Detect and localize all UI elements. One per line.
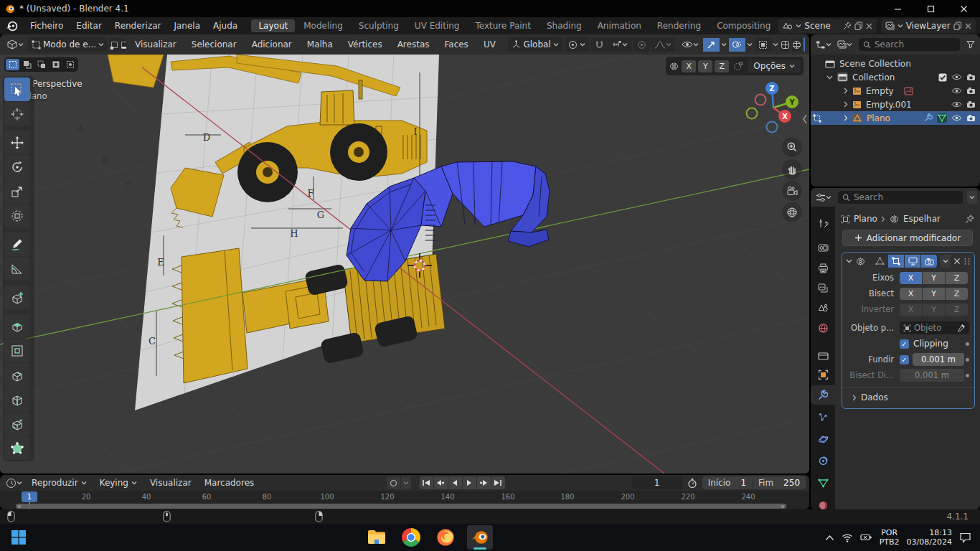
play-button[interactable]	[463, 476, 476, 489]
tool-measure[interactable]	[4, 257, 30, 281]
menu-arestas[interactable]: Arestas	[391, 39, 436, 50]
bisect-z-button[interactable]: Z	[946, 288, 968, 300]
remove-viewlayer-icon[interactable]	[965, 23, 971, 29]
tool-add-cube[interactable]	[4, 286, 30, 309]
collapse-chevron-icon[interactable]	[844, 115, 848, 121]
tab-object[interactable]	[811, 365, 835, 385]
scene-name[interactable]: Scene	[804, 21, 839, 31]
viewlayer-name[interactable]: ViewLayer	[906, 21, 951, 31]
select-invert-button[interactable]	[49, 59, 62, 70]
collapse-chevron-icon[interactable]	[844, 101, 848, 108]
menu-keying[interactable]: Keying	[94, 478, 143, 488]
pan-view-hand-button[interactable]	[782, 159, 802, 179]
flip-x-button[interactable]: X	[900, 303, 922, 316]
chrome-icon[interactable]	[398, 525, 424, 550]
select-subtract-button[interactable]	[34, 59, 48, 70]
timeline-scrollbar[interactable]	[16, 504, 786, 509]
expand-chevron-icon[interactable]	[826, 75, 833, 80]
select-extend-button[interactable]	[20, 59, 34, 70]
workspace-tab-modeling[interactable]: Modeling	[296, 19, 350, 32]
firefox-icon[interactable]	[433, 525, 458, 550]
pin-icon[interactable]	[965, 215, 974, 224]
properties-search-input[interactable]: Search	[838, 191, 963, 204]
viewport-canvas[interactable]: A B C D E F G H I C	[0, 55, 809, 474]
shading-material-button[interactable]	[804, 37, 805, 52]
exclude-checkbox[interactable]	[938, 73, 947, 82]
frame-end-field[interactable]: Fim250	[753, 478, 806, 488]
merge-checkbox[interactable]: ✓	[900, 355, 909, 364]
jump-to-start-button[interactable]	[420, 476, 433, 489]
select-intersect-button[interactable]	[63, 59, 77, 70]
tab-scene[interactable]	[811, 298, 835, 318]
current-frame-field[interactable]: 1	[632, 476, 682, 489]
tab-tool[interactable]	[811, 214, 835, 233]
menu-visualizar-timeline[interactable]: Visualizar	[144, 478, 197, 488]
menu-janela[interactable]: Janela	[167, 21, 207, 31]
outliner-search-input[interactable]: Search	[859, 38, 960, 51]
menu-faces[interactable]: Faces	[438, 39, 474, 50]
stopwatch-icon[interactable]	[685, 476, 699, 490]
dados-subpanel-header[interactable]: Dados	[842, 390, 974, 405]
workspace-tab-compositing[interactable]: Compositing	[710, 19, 778, 32]
snap-target-dropdown[interactable]	[608, 38, 631, 52]
workspace-tab-rendering[interactable]: Rendering	[650, 19, 708, 32]
tool-poly-build[interactable]	[4, 436, 30, 460]
transform-orientation-dropdown[interactable]: Global	[508, 37, 562, 52]
menu-ajuda[interactable]: Ajuda	[207, 21, 244, 31]
jump-to-end-button[interactable]	[491, 476, 505, 489]
show-visibility-dropdown[interactable]	[679, 37, 701, 52]
new-viewlayer-icon[interactable]	[953, 22, 962, 30]
blender-taskbar-icon[interactable]	[467, 525, 493, 550]
timeline-ruler[interactable]: 20 40 60 80 100 120 140 160 180 200 220 …	[0, 491, 809, 509]
outliner-row-empty[interactable]: Empty	[811, 84, 980, 98]
drag-handle-icon[interactable]	[963, 258, 971, 265]
input-language[interactable]: PORPTB2	[880, 528, 900, 547]
menu-vertices[interactable]: Vértices	[341, 39, 389, 50]
modifier-extras-dropdown[interactable]	[940, 255, 951, 268]
filter-icon[interactable]	[964, 37, 977, 52]
editor-type-outliner-button[interactable]	[814, 37, 834, 52]
disable-render-camera-icon[interactable]	[966, 87, 976, 95]
current-frame-marker[interactable]: 1	[22, 491, 37, 502]
tab-output[interactable]	[811, 258, 835, 278]
editor-type-properties-button[interactable]	[814, 190, 834, 204]
tray-chevron-up-icon[interactable]	[825, 534, 834, 541]
next-keyframe-button[interactable]	[477, 476, 491, 489]
pin-icon[interactable]	[843, 22, 852, 30]
wifi-icon[interactable]	[842, 533, 853, 542]
edge-select-mode-button[interactable]	[120, 38, 126, 52]
show-gizmo-button[interactable]	[703, 38, 720, 52]
workspace-tab-sculpting[interactable]: Sculpting	[352, 19, 406, 32]
tool-transform[interactable]	[4, 204, 30, 227]
menu-malha[interactable]: Malha	[301, 39, 339, 50]
shading-solid-button[interactable]	[792, 38, 801, 52]
outliner-row-empty-001[interactable]: Empty.001	[811, 98, 980, 111]
options-dropdown[interactable]: Opções	[748, 60, 801, 72]
viewlayer-selector[interactable]: ViewLayer	[881, 19, 976, 33]
file-explorer-icon[interactable]	[364, 525, 390, 550]
mirror-z-button[interactable]: Z	[715, 60, 729, 72]
outliner-row-collection[interactable]: Collection	[811, 70, 980, 84]
menu-reproduzir[interactable]: Reproduzir	[26, 478, 93, 488]
bisect-y-button[interactable]: Y	[923, 288, 945, 300]
proportional-falloff-dropdown[interactable]	[651, 38, 675, 52]
delete-modifier-icon[interactable]	[953, 258, 961, 265]
outliner-row-scene-collection[interactable]: Scene Collection	[811, 57, 980, 70]
auto-key-dropdown[interactable]	[401, 476, 411, 489]
play-reverse-button[interactable]	[448, 476, 462, 489]
vertex-select-mode-button[interactable]	[110, 38, 119, 52]
zoom-view-button[interactable]	[782, 137, 802, 157]
toggle-realtime-display[interactable]	[905, 255, 920, 268]
battery-icon[interactable]	[860, 533, 872, 542]
tab-data[interactable]	[811, 474, 835, 493]
workspace-tab-layout[interactable]: Layout	[251, 19, 295, 32]
outliner-display-mode-dropdown[interactable]	[835, 37, 854, 52]
toggle-render-display[interactable]	[921, 255, 937, 268]
toggle-edit-mode-display[interactable]	[872, 255, 887, 268]
clipping-checkbox[interactable]: ✓	[900, 339, 909, 349]
animate-dot[interactable]	[966, 374, 969, 377]
disable-render-camera-icon[interactable]	[966, 100, 976, 108]
sidebar-collapse-arrow[interactable]	[801, 113, 809, 125]
menu-editar[interactable]: Editar	[70, 21, 108, 31]
prev-keyframe-button[interactable]	[434, 476, 448, 489]
